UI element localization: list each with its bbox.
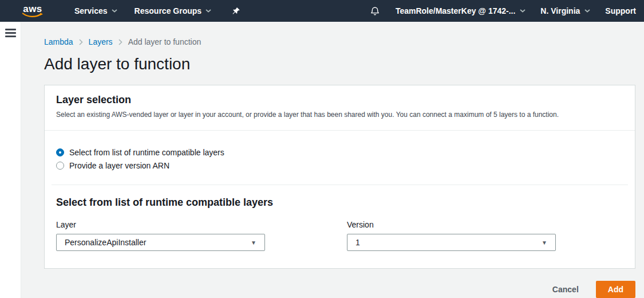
nav-account-label: TeamRole/MasterKey @ 1742-... xyxy=(396,6,515,15)
cancel-button[interactable]: Cancel xyxy=(552,285,579,294)
runtime-compatible-layers-section: Select from list of runtime compatible l… xyxy=(45,185,635,268)
nav-resource-groups-menu[interactable]: Resource Groups xyxy=(135,6,211,15)
hamburger-menu-icon[interactable] xyxy=(5,29,16,39)
radio-option-label: Select from list of runtime compatible l… xyxy=(69,148,224,157)
dropdown-caret-icon: ▼ xyxy=(251,240,256,246)
radio-option-runtime-compatible[interactable]: Select from list of runtime compatible l… xyxy=(56,148,623,157)
aws-logo[interactable]: aws xyxy=(22,4,44,18)
version-field: Version 1 ▼ xyxy=(347,220,556,251)
breadcrumb-chevron-icon xyxy=(118,39,123,45)
layer-field: Layer PersonalizeApiInstaller ▼ xyxy=(56,220,265,251)
version-field-label: Version xyxy=(347,220,556,229)
card-description: Select an existing AWS-vended layer or l… xyxy=(56,111,623,119)
nav-region-menu[interactable]: N. Virginia xyxy=(540,6,590,15)
chevron-down-icon xyxy=(584,9,590,13)
radio-option-layer-arn[interactable]: Provide a layer version ARN xyxy=(56,161,623,170)
nav-services-menu[interactable]: Services xyxy=(74,6,117,15)
aws-smile-icon xyxy=(22,13,44,18)
footer-actions: Cancel Add xyxy=(44,281,635,298)
nav-services-label: Services xyxy=(74,6,108,15)
radio-option-label: Provide a layer version ARN xyxy=(69,161,169,170)
layer-select-value: PersonalizeApiInstaller xyxy=(65,238,146,247)
top-navigation: aws Services Resource Groups TeamRole/Ma… xyxy=(0,0,644,22)
radio-icon[interactable] xyxy=(56,148,64,156)
pin-icon[interactable] xyxy=(232,7,240,15)
bell-icon[interactable] xyxy=(370,6,380,16)
dropdown-caret-icon: ▼ xyxy=(542,240,547,246)
chevron-down-icon xyxy=(520,9,526,13)
left-sidebar xyxy=(0,22,21,298)
breadcrumb-lambda-link[interactable]: Lambda xyxy=(44,37,73,46)
fields-row: Layer PersonalizeApiInstaller ▼ Version … xyxy=(56,220,623,251)
layer-select[interactable]: PersonalizeApiInstaller ▼ xyxy=(56,234,265,251)
nav-region-label: N. Virginia xyxy=(540,6,580,15)
chevron-down-icon xyxy=(112,9,117,13)
page-title: Add layer to function xyxy=(44,55,635,73)
version-select[interactable]: 1 ▼ xyxy=(347,234,556,251)
layer-selection-card: Layer selection Select an existing AWS-v… xyxy=(44,85,635,269)
nav-support-menu[interactable]: Support xyxy=(605,6,636,15)
card-header: Layer selection Select an existing AWS-v… xyxy=(45,85,635,130)
section-title: Select from list of runtime compatible l… xyxy=(56,197,623,209)
breadcrumb-current-page: Add layer to function xyxy=(128,37,202,46)
breadcrumb-chevron-icon xyxy=(79,39,83,45)
nav-resource-groups-label: Resource Groups xyxy=(135,6,202,15)
version-select-value: 1 xyxy=(355,238,360,247)
nav-account-menu[interactable]: TeamRole/MasterKey @ 1742-... xyxy=(396,6,526,15)
add-button[interactable]: Add xyxy=(596,281,635,298)
radio-icon[interactable] xyxy=(56,162,64,170)
layer-field-label: Layer xyxy=(56,220,265,229)
page-body: Lambda Layers Add layer to function Add … xyxy=(0,22,644,298)
breadcrumb-layers-link[interactable]: Layers xyxy=(89,37,113,46)
breadcrumb: Lambda Layers Add layer to function xyxy=(44,37,635,46)
layer-source-radio-group: Select from list of runtime compatible l… xyxy=(45,131,635,185)
main-content: Lambda Layers Add layer to function Add … xyxy=(21,22,644,298)
chevron-down-icon xyxy=(206,9,211,13)
card-title: Layer selection xyxy=(56,94,623,106)
